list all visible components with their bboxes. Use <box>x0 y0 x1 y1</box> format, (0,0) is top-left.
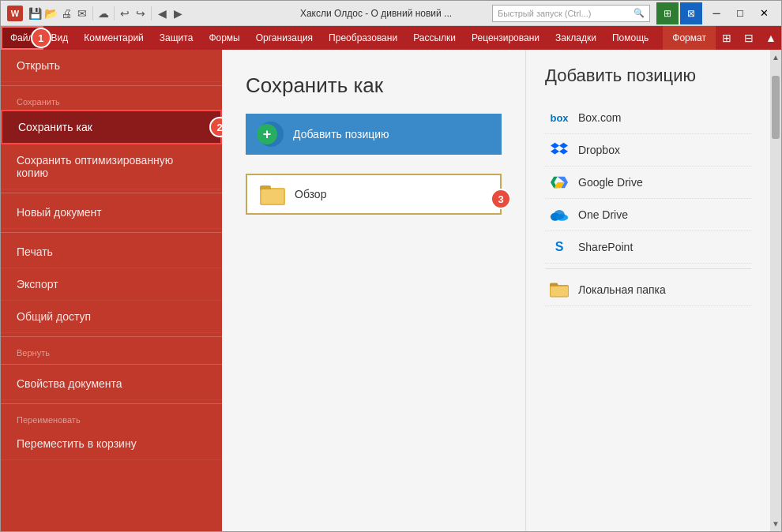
add-location-btn[interactable]: + Добавить позицию <box>246 114 502 155</box>
sharepoint-icon: S <box>550 238 569 257</box>
locations-title: Добавить позицию <box>545 66 751 86</box>
box-icon: box <box>550 108 569 127</box>
sidebar: Открыть Сохранить Сохранить как 2 Сохран… <box>1 50 222 531</box>
location-dropbox[interactable]: Dropbox <box>545 134 751 167</box>
menu-org[interactable]: Организация <box>248 26 321 50</box>
location-icon: + <box>258 122 284 147</box>
toolbar: 💾 📂 🖨 ✉ ☁ ↩ ↪ ◀ ▶ <box>28 5 260 22</box>
back-btn[interactable]: ◀ <box>155 5 169 22</box>
menu-file[interactable]: Файл1 <box>1 26 43 50</box>
expand-btn[interactable]: ▲ <box>760 27 782 49</box>
scroll-up-btn[interactable]: ▲ <box>769 50 781 65</box>
close-btn[interactable]: ✕ <box>753 5 775 22</box>
scroll-down-btn[interactable]: ▼ <box>769 516 781 531</box>
menu-protect[interactable]: Защита <box>152 26 201 50</box>
sidebar-item-new-doc[interactable]: Новый документ <box>1 197 222 229</box>
add-icon: + <box>257 124 277 144</box>
minimize-btn[interactable]: ─ <box>705 5 727 22</box>
menu-bookmarks[interactable]: Закладки <box>547 26 604 50</box>
maximize-btn[interactable]: □ <box>729 5 751 22</box>
menu-right: Формат ⊞ ⊟ ▲ <box>656 26 782 50</box>
scrollbar-thumb[interactable] <box>772 76 780 139</box>
sidebar-section-rename: Переименовать <box>1 407 222 428</box>
open-btn[interactable]: 📂 <box>43 5 58 22</box>
print-btn[interactable]: 🖨 <box>59 5 73 22</box>
step3-badge: 3 <box>491 189 511 209</box>
local-label: Локальная папка <box>578 283 666 296</box>
email-btn[interactable]: ✉ <box>75 5 89 22</box>
menu-convert[interactable]: Преобразовани <box>321 26 405 50</box>
menu-help[interactable]: Помощь <box>604 26 656 50</box>
sharepoint-label: SharePoint <box>578 241 633 253</box>
divider6 <box>1 403 222 404</box>
folder-icon <box>260 183 285 205</box>
quick-search[interactable]: Быстрый запуск (Ctrl...) 🔍 <box>492 5 650 22</box>
sidebar-item-export[interactable]: Экспорт <box>1 268 222 301</box>
divider5 <box>1 364 222 365</box>
sidebar-item-save-as[interactable]: Сохранить как 2 <box>1 110 222 144</box>
apps-btn[interactable]: ⊠ <box>680 2 702 24</box>
gdrive-icon <box>550 173 569 192</box>
svg-point-5 <box>554 210 565 219</box>
search-icon: 🔍 <box>633 8 645 18</box>
app-icon: W <box>7 6 23 21</box>
save-btn[interactable]: 💾 <box>28 5 42 22</box>
browse-btn[interactable]: Обзор <box>246 174 502 215</box>
sidebar-item-open[interactable]: Открыть <box>1 50 222 82</box>
locations-divider <box>545 268 751 269</box>
sidebar-item-share[interactable]: Общий доступ <box>1 301 222 333</box>
window-controls: ─ □ ✕ <box>705 5 775 22</box>
menu-comment[interactable]: Комментарий <box>76 26 152 50</box>
window-title: Хаксли Олдос - О дивний новий ... <box>260 8 492 19</box>
step2-badge: 2 <box>209 117 222 137</box>
sep1 <box>92 6 93 21</box>
sidebar-section-revert: Вернуть <box>1 340 222 361</box>
menu-forms[interactable]: Формы <box>201 26 247 50</box>
location-local[interactable]: Локальная папка <box>545 274 751 306</box>
sep3 <box>151 6 152 21</box>
menu-review[interactable]: Рецензировани <box>464 26 547 50</box>
sidebar-item-save-opt[interactable]: Сохранить оптимизированную копию <box>1 144 222 189</box>
divider2 <box>1 193 222 193</box>
sidebar-item-print[interactable]: Печать <box>1 236 222 268</box>
location-gdrive[interactable]: Google Drive <box>545 167 751 199</box>
locations-panel: Добавить позицию box Box.com Dropbox <box>525 50 770 531</box>
svg-rect-8 <box>551 287 568 297</box>
scrollbar[interactable]: ▲ ▼ <box>770 50 781 531</box>
forward-btn[interactable]: ▶ <box>171 5 185 22</box>
search-placeholder: Быстрый запуск (Ctrl...) <box>498 9 591 18</box>
step1-badge: 1 <box>31 28 51 48</box>
layout-icon-btn[interactable]: ⊟ <box>738 27 760 49</box>
cloud-btn[interactable]: ☁ <box>96 5 111 22</box>
save-as-label: Сохранить как <box>18 121 92 133</box>
save-as-panel: Сохранить как + Добавить позицию <box>222 50 525 531</box>
sidebar-item-trash[interactable]: Переместить в корзину <box>1 428 222 460</box>
grid-btn[interactable]: ⊞ <box>656 2 679 24</box>
dropbox-label: Dropbox <box>578 144 620 156</box>
box-label: Box.com <box>578 111 621 124</box>
sidebar-section-save: Сохранить <box>1 89 222 110</box>
location-box[interactable]: box Box.com <box>545 102 751 134</box>
location-onedrive[interactable]: One Drive <box>545 199 751 231</box>
sep2 <box>114 6 115 21</box>
titlebar: W 💾 📂 🖨 ✉ ☁ ↩ ↪ ◀ ▶ Хаксли Олдос - О див… <box>1 1 781 26</box>
add-location-container: + Добавить позицию <box>246 114 502 164</box>
format-btn[interactable]: Формат <box>663 26 716 50</box>
browse-container: Обзор 3 <box>246 174 502 224</box>
location-sharepoint[interactable]: S SharePoint <box>545 231 751 264</box>
redo-btn[interactable]: ↪ <box>133 5 148 22</box>
menu-mail[interactable]: Рассылки <box>405 26 464 50</box>
sidebar-item-properties[interactable]: Свойства документа <box>1 368 222 400</box>
view-icon-btn[interactable]: ⊞ <box>716 27 738 49</box>
application-window: W 💾 📂 🖨 ✉ ☁ ↩ ↪ ◀ ▶ Хаксли Олдос - О див… <box>0 0 782 532</box>
onedrive-icon <box>550 205 569 224</box>
content-area: Сохранить как + Добавить позицию <box>222 50 781 531</box>
divider1 <box>1 85 222 86</box>
onedrive-label: One Drive <box>578 208 628 221</box>
undo-btn[interactable]: ↩ <box>118 5 132 22</box>
divider4 <box>1 336 222 337</box>
menubar: Файл1 Вид Комментарий Защита Формы Орган… <box>1 26 781 50</box>
dropbox-icon <box>550 140 569 159</box>
svg-rect-2 <box>261 189 284 204</box>
main-content: Открыть Сохранить Сохранить как 2 Сохран… <box>1 50 781 531</box>
